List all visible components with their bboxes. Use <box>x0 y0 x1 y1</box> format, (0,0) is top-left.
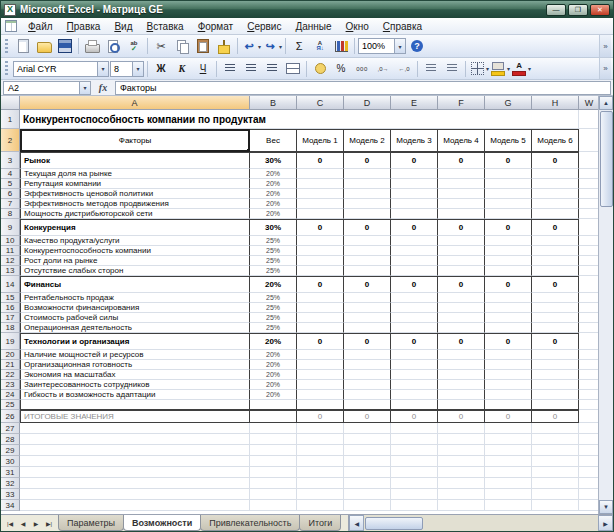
cell-W7[interactable] <box>579 199 598 209</box>
format-painter-button[interactable] <box>214 37 234 56</box>
sheet-tab[interactable]: Параметры <box>58 515 124 531</box>
cell-F8[interactable] <box>438 209 485 219</box>
undo-button[interactable]: ▾ <box>241 37 261 56</box>
cell-E14[interactable]: 0 <box>391 276 438 293</box>
cell-H34[interactable] <box>532 500 579 511</box>
cell-F33[interactable] <box>438 489 485 500</box>
cell-E31[interactable] <box>391 467 438 478</box>
cell-C11[interactable] <box>297 246 344 256</box>
cell-W9[interactable] <box>579 219 598 236</box>
cell-H31[interactable] <box>532 467 579 478</box>
cell-D31[interactable] <box>344 467 391 478</box>
row-header-13[interactable]: 13 <box>1 266 20 276</box>
cell-G16[interactable] <box>485 303 532 313</box>
cell-H24[interactable] <box>532 390 579 400</box>
row-header-15[interactable]: 15 <box>1 293 20 303</box>
row-header-21[interactable]: 21 <box>1 360 20 370</box>
cell-W29[interactable] <box>579 445 598 456</box>
row-header-31[interactable]: 31 <box>1 467 20 478</box>
cell-B9[interactable]: 30% <box>250 219 297 236</box>
cell-F12[interactable] <box>438 256 485 266</box>
cell-F28[interactable] <box>438 434 485 445</box>
row-header-27[interactable]: 27 <box>1 423 20 434</box>
menu-item[interactable]: Сервис <box>240 20 288 33</box>
cell-A19[interactable]: Технологии и организация <box>20 333 250 350</box>
cell-E13[interactable] <box>391 266 438 276</box>
cell-B24[interactable]: 20% <box>250 390 297 400</box>
cell-A34[interactable] <box>20 500 250 511</box>
cell-C26[interactable]: 0 <box>297 410 344 423</box>
name-box[interactable]: A2 ▾ <box>3 81 91 95</box>
menu-item[interactable]: Справка <box>376 20 429 33</box>
cell-F2[interactable]: Модель 4 <box>438 129 485 152</box>
cell-G34[interactable] <box>485 500 532 511</box>
cell-C16[interactable] <box>297 303 344 313</box>
cell-A20[interactable]: Наличие мощностей и ресурсов <box>20 350 250 360</box>
cell-W1[interactable] <box>579 110 598 129</box>
row-header-3[interactable]: 3 <box>1 152 20 169</box>
cell-B14[interactable]: 20% <box>250 276 297 293</box>
align-left-button[interactable] <box>220 59 240 78</box>
cell-B7[interactable]: 20% <box>250 199 297 209</box>
cell-G10[interactable] <box>485 236 532 246</box>
cell-D13[interactable] <box>344 266 391 276</box>
cell-C27[interactable] <box>297 423 344 434</box>
cell-G23[interactable] <box>485 380 532 390</box>
row-header-30[interactable]: 30 <box>1 456 20 467</box>
row-header-28[interactable]: 28 <box>1 434 20 445</box>
cell-F5[interactable] <box>438 179 485 189</box>
cell-A16[interactable]: Возможности финансирования <box>20 303 250 313</box>
chevron-down-icon[interactable]: ▾ <box>97 62 108 76</box>
redo-button[interactable]: ▾ <box>262 37 282 56</box>
cell-F32[interactable] <box>438 478 485 489</box>
cell-G25[interactable] <box>485 400 532 410</box>
horizontal-scroll-thumb[interactable] <box>365 517 423 530</box>
cell-W6[interactable] <box>579 189 598 199</box>
cell-D7[interactable] <box>344 199 391 209</box>
cell-W32[interactable] <box>579 478 598 489</box>
cell-A2[interactable]: Факторы <box>20 129 250 152</box>
maximize-button[interactable]: ❐ <box>568 4 588 16</box>
cell-A32[interactable] <box>20 478 250 489</box>
cell-D15[interactable] <box>344 293 391 303</box>
merge-button[interactable] <box>283 59 303 78</box>
cell-H7[interactable] <box>532 199 579 209</box>
cell-G3[interactable]: 0 <box>485 152 532 169</box>
row-header-10[interactable]: 10 <box>1 236 20 246</box>
row-header-8[interactable]: 8 <box>1 209 20 219</box>
cell-G6[interactable] <box>485 189 532 199</box>
cell-A23[interactable]: Заинтересованность сотрудников <box>20 380 250 390</box>
cell-A3[interactable]: Рынок <box>20 152 250 169</box>
spelling-button[interactable] <box>124 37 144 56</box>
cell-F24[interactable] <box>438 390 485 400</box>
cell-B33[interactable] <box>250 489 297 500</box>
cell-H29[interactable] <box>532 445 579 456</box>
cell-E5[interactable] <box>391 179 438 189</box>
cell-C10[interactable] <box>297 236 344 246</box>
cell-C17[interactable] <box>297 313 344 323</box>
cell-E16[interactable] <box>391 303 438 313</box>
cell-A8[interactable]: Мощность дистрибьюторской сети <box>20 209 250 219</box>
dec-decimal-button[interactable]: ←,0 <box>394 59 414 78</box>
cell-W30[interactable] <box>579 456 598 467</box>
cell-A24[interactable]: Гибкость и возможность адаптации <box>20 390 250 400</box>
cell-D4[interactable] <box>344 169 391 179</box>
cell-C15[interactable] <box>297 293 344 303</box>
cell-G11[interactable] <box>485 246 532 256</box>
cell-D11[interactable] <box>344 246 391 256</box>
cell-D29[interactable] <box>344 445 391 456</box>
minimize-button[interactable]: — <box>546 4 566 16</box>
vertical-scrollbar[interactable]: ▲ ▼ <box>598 96 613 514</box>
dec-indent-button[interactable] <box>421 59 441 78</box>
cell-G26[interactable]: 0 <box>485 410 532 423</box>
cell-C25[interactable] <box>297 400 344 410</box>
cell-E2[interactable]: Модель 3 <box>391 129 438 152</box>
cell-D20[interactable] <box>344 350 391 360</box>
cell-H11[interactable] <box>532 246 579 256</box>
cell-H16[interactable] <box>532 303 579 313</box>
cell-W28[interactable] <box>579 434 598 445</box>
cell-G24[interactable] <box>485 390 532 400</box>
cell-G27[interactable] <box>485 423 532 434</box>
percent-button[interactable]: % <box>331 59 351 78</box>
cell-E25[interactable] <box>391 400 438 410</box>
